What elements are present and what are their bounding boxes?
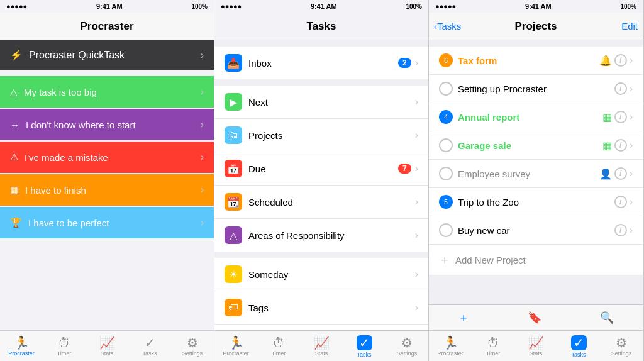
due-badge: 7 — [398, 164, 411, 174]
menu-icon-0: △ — [10, 86, 18, 97]
p3-nav-title: Projects — [514, 20, 557, 33]
project-row-tax-form[interactable]: 6 Tax form 🔔 i › — [429, 47, 643, 75]
proj-num-car — [439, 223, 453, 237]
nav-title-1: Procraster — [80, 20, 133, 33]
row-tags[interactable]: 🏷 Tags › — [214, 291, 428, 325]
info-icon-zoo[interactable]: i — [614, 196, 627, 208]
tab-procraster-3[interactable]: 🏃 Procraster — [429, 333, 472, 360]
project-row-survey[interactable]: Employee survey 👤 i › — [429, 160, 643, 188]
project-row-annual[interactable]: 4 Annual report ▦ i › — [429, 103, 643, 131]
chevron-survey: › — [630, 168, 633, 179]
row-search[interactable]: 🔍 Search › — [214, 325, 428, 330]
info-icon-garage[interactable]: i — [614, 139, 627, 152]
time-2: 9:41 AM — [311, 3, 337, 10]
project-row-setup[interactable]: Setting up Procraster i › — [429, 75, 643, 103]
tab-timer-2[interactable]: ⏱ Timer — [257, 333, 300, 360]
nav-title-2: Tasks — [307, 20, 336, 33]
tab-icon-settings-1: ⚙ — [187, 336, 198, 349]
grid-icon-garage: ▦ — [602, 140, 612, 152]
menu-label-0: My task is too big — [24, 87, 97, 97]
status-bar-3: ●●●●● 9:41 AM 100% — [429, 0, 643, 13]
row-due[interactable]: 📅 Due 7 › — [214, 152, 428, 186]
alarm-icon: 🔔 — [599, 55, 612, 67]
menu-label-1: I don't know where to start — [26, 119, 136, 130]
menu-label-2: I've made a mistake — [25, 152, 108, 163]
row-areas[interactable]: △ Areas of Responsibility › — [214, 219, 428, 252]
menu-item-mistake[interactable]: ⚠ I've made a mistake › — [0, 142, 214, 173]
p3-bottom-bar: ＋ 🔖 🔍 — [429, 304, 643, 330]
inbox-label: Inbox — [248, 58, 272, 69]
tab-icon-p3-tasks: ✓ — [571, 335, 587, 350]
tab-procraster-1[interactable]: 🏃 Procraster — [0, 333, 43, 360]
menu-item-finish[interactable]: ▦ I have to finish › — [0, 174, 214, 206]
tab-settings-2[interactable]: ⚙ Settings — [386, 333, 428, 360]
tab-tasks-3[interactable]: ✓ Tasks — [557, 333, 600, 360]
tags-chevron: › — [415, 302, 418, 313]
someday-label: Someday — [248, 269, 288, 280]
tab-stats-3[interactable]: 📈 Stats — [514, 333, 557, 360]
project-row-zoo[interactable]: 5 Trip to the Zoo i › — [429, 188, 643, 216]
tab-label-p2-timer: Timer — [272, 350, 286, 357]
tab-icon-p3-procraster: 🏃 — [443, 336, 458, 349]
menu-icon-1: ↔ — [10, 119, 19, 130]
info-icon-tax[interactable]: i — [614, 54, 627, 67]
info-icon-annual[interactable]: i — [614, 111, 627, 123]
inbox-chevron: › — [415, 57, 418, 69]
row-scheduled[interactable]: 📆 Scheduled › — [214, 186, 428, 219]
menu-icon-3: ▦ — [10, 184, 19, 196]
tags-label: Tags — [248, 303, 269, 313]
back-button[interactable]: ‹ Tasks — [434, 21, 461, 31]
menu-icon-4: 🏆 — [10, 217, 22, 228]
row-inbox[interactable]: 📥 Inbox 2 › — [214, 47, 428, 79]
projects-label: Projects — [248, 130, 282, 141]
quick-task-row[interactable]: ⚡ Procraster QuickTask › — [0, 40, 214, 70]
info-icon-setup[interactable]: i — [614, 82, 627, 95]
menu-item-too-big[interactable]: △ My task is too big › — [0, 76, 214, 108]
add-new-project-row[interactable]: ＋ Add New Project — [429, 245, 643, 275]
tab-stats-1[interactable]: 📈 Stats — [86, 333, 128, 360]
scheduled-chevron: › — [415, 196, 418, 208]
p1-content: ⚡ Procraster QuickTask › △ My task is to… — [0, 40, 214, 330]
project-row-car[interactable]: Buy new car i › — [429, 216, 643, 245]
menu-item-dont-know[interactable]: ↔ I don't know where to start › — [0, 109, 214, 140]
chevron-2: › — [201, 152, 204, 163]
chevron-4: › — [201, 217, 204, 228]
quick-task-section: ⚡ Procraster QuickTask › — [0, 40, 214, 70]
info-icon-survey[interactable]: i — [614, 167, 627, 180]
p3-share-icon[interactable]: 🔖 — [528, 311, 541, 325]
menu-item-perfect[interactable]: 🏆 I have to be perfect › — [0, 207, 214, 238]
quick-task-label: Procraster QuickTask — [29, 50, 125, 61]
menu-icon-2: ⚠ — [10, 152, 18, 163]
proj-name-annual: Annual report — [458, 112, 519, 123]
edit-button[interactable]: Edit — [621, 21, 638, 31]
tab-settings-3[interactable]: ⚙ Settings — [600, 333, 643, 360]
tab-timer-3[interactable]: ⏱ Timer — [472, 333, 514, 360]
tab-icon-p3-stats: 📈 — [528, 336, 544, 349]
time-1: 9:41 AM — [96, 3, 123, 10]
row-next[interactable]: ▶ Next › — [214, 86, 428, 119]
p3-add-icon[interactable]: ＋ — [458, 310, 469, 325]
chevron-annual: › — [630, 111, 633, 123]
p3-nav: ‹ Tasks Projects Edit — [429, 13, 643, 40]
project-row-garage[interactable]: Garage sale ▦ i › — [429, 131, 643, 160]
signal-2: ●●●●● — [221, 3, 242, 10]
row-projects[interactable]: 🗂 Projects › — [214, 119, 428, 152]
tab-settings-1[interactable]: ⚙ Settings — [171, 333, 214, 360]
tab-label-tasks-1: Tasks — [142, 350, 157, 357]
time-3: 9:41 AM — [525, 3, 552, 10]
tab-tasks-1[interactable]: ✓ Tasks — [128, 333, 171, 360]
scheduled-label: Scheduled — [248, 197, 293, 208]
signal-3: ●●●●● — [435, 3, 456, 10]
tab-stats-2[interactable]: 📈 Stats — [300, 333, 343, 360]
tab-tasks-2[interactable]: ✓ Tasks — [343, 333, 386, 360]
proj-name-survey: Employee survey — [458, 169, 530, 179]
tab-timer-1[interactable]: ⏱ Timer — [43, 333, 86, 360]
proj-name-zoo: Trip to the Zoo — [458, 197, 519, 208]
info-icon-car[interactable]: i — [614, 224, 627, 236]
p3-search-icon[interactable]: 🔍 — [600, 311, 614, 325]
panel-projects: ●●●●● 9:41 AM 100% ‹ Tasks Projects Edit… — [429, 0, 643, 361]
proj-name-car: Buy new car — [458, 225, 510, 236]
tab-procraster-2[interactable]: 🏃 Procraster — [214, 333, 257, 360]
proj-name-tax: Tax form — [458, 55, 497, 66]
row-someday[interactable]: ☀ Someday › — [214, 258, 428, 291]
